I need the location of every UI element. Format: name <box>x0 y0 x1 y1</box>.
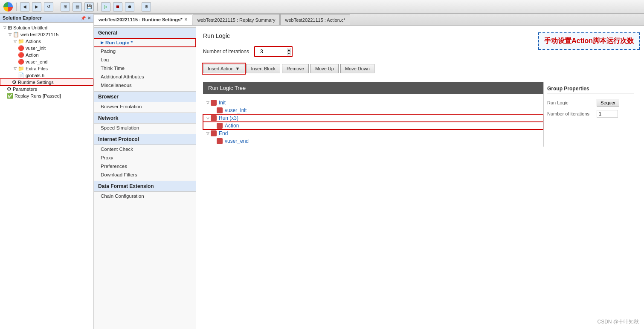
open-button[interactable]: ▤ <box>73 2 82 12</box>
nav-item-content-check[interactable]: Content Check <box>94 145 196 153</box>
insert-action-button[interactable]: Insert Action ▼ <box>203 64 244 73</box>
vuser-end-label: vuser_end <box>26 59 47 64</box>
iterations-value-input[interactable]: 3 <box>258 48 285 55</box>
tree-webtest[interactable]: ▽ 📋 webTest20221115 <box>0 31 93 38</box>
rtree-init[interactable]: ▽ Init <box>203 99 543 107</box>
stop-button[interactable]: ⏹ <box>113 2 122 12</box>
insert-block-button[interactable]: Insert Block <box>246 64 280 73</box>
nav-item-run-logic[interactable]: Run Logic * <box>94 38 196 47</box>
split-panel: General Run Logic * Pacing Log Think Tim… <box>94 26 644 329</box>
separator <box>97 3 98 11</box>
vuser-end-icon <box>217 138 223 144</box>
settings-icon: ⚙ <box>12 79 17 85</box>
tree-vuser-end[interactable]: 🔴 vuser_end <box>0 58 93 65</box>
nav-section-internet-protocol: Internet Protocol <box>94 134 196 145</box>
nav-item-pacing[interactable]: Pacing <box>94 47 196 55</box>
nav-item-proxy[interactable]: Proxy <box>94 153 196 162</box>
nav-browser-emulation-label: Browser Emulation <box>101 104 142 109</box>
nav-item-browser-emulation[interactable]: Browser Emulation <box>94 102 196 111</box>
new-button[interactable]: ⊞ <box>61 2 70 12</box>
insert-block-label: Insert Block <box>251 66 275 71</box>
record-button[interactable]: ⏺ <box>125 2 134 12</box>
nav-item-additional-attrs[interactable]: Additional Attributes <box>94 72 196 81</box>
run-button[interactable]: ▷ <box>101 2 110 12</box>
dropdown-arrow-icon: ▼ <box>235 66 240 71</box>
solution-icon: ⊞ <box>8 25 12 31</box>
nav-item-chain-config[interactable]: Chain Configuration <box>94 192 196 200</box>
end-icon <box>211 130 217 136</box>
sequer-button[interactable]: Sequer <box>597 99 619 107</box>
spin-down-button[interactable]: ▼ <box>287 52 291 55</box>
rtree-action[interactable]: Action <box>203 122 543 130</box>
nav-item-log[interactable]: Log <box>94 55 196 64</box>
run-logic-tree-header: Run Logic Tree <box>203 82 543 94</box>
nav-section-general: General <box>94 27 196 38</box>
settings-button[interactable]: ⚙ <box>142 2 151 12</box>
nav-item-preferences[interactable]: Preferences <box>94 162 196 170</box>
nav-misc-label: Miscellaneous <box>101 83 132 88</box>
back-button[interactable]: ◀ <box>20 2 29 12</box>
nav-item-misc[interactable]: Miscellaneous <box>94 81 196 89</box>
refresh-button[interactable]: ↺ <box>44 2 53 12</box>
tab-replay-summary[interactable]: webTest20221115 : Replay Summary <box>193 14 280 25</box>
tree-globals-h[interactable]: 📄 globals.h <box>0 72 93 79</box>
expander-icon: ▽ <box>12 66 18 71</box>
prop-iterations-input[interactable] <box>597 110 618 118</box>
rtree-run[interactable]: ▽ Run (x3) <box>203 114 543 122</box>
nav-proxy-label: Proxy <box>101 155 113 160</box>
remove-button[interactable]: Remove <box>282 64 309 73</box>
remove-label: Remove <box>287 66 304 71</box>
file-icon: 📄 <box>18 72 24 78</box>
tab-action-label: webTest20221115 : Action.c* <box>285 17 345 23</box>
tab-action[interactable]: webTest20221115 : Action.c* <box>280 14 350 25</box>
rtree-vuser-init[interactable]: vuser_init <box>203 107 543 114</box>
run-logic-tree: Run Logic Tree ▽ Init <box>203 82 543 147</box>
move-up-button[interactable]: Move Up <box>310 64 339 73</box>
action-icon: 🔴 <box>18 59 24 65</box>
close-icon[interactable]: ✕ <box>87 16 91 20</box>
group-properties-panel: Group Properties Run Logic Sequer Number… <box>543 82 637 147</box>
tree-runtime-settings[interactable]: ⚙ Runtime Settings <box>0 79 93 86</box>
save-button[interactable]: 💾 <box>84 2 94 12</box>
iterations-input-container: 3 ▲ ▼ <box>254 46 293 57</box>
pin-icon[interactable]: 📌 <box>81 16 86 20</box>
tab-runtime-settings[interactable]: webTest20221115 : Runtime Settings* ✕ <box>94 14 192 25</box>
globals-label: globals.h <box>26 73 44 78</box>
nav-section-network: Network <box>94 113 196 124</box>
nav-download-filters-label: Download Filters <box>101 172 137 177</box>
move-down-label: Move Down <box>345 66 370 71</box>
solution-tree: ▽ ⊞ Solution Untitled ▽ 📋 webTest2022111… <box>0 23 93 329</box>
nav-chain-config-label: Chain Configuration <box>101 193 144 199</box>
forward-button[interactable]: ▶ <box>32 2 41 12</box>
spin-up-button[interactable]: ▲ <box>287 48 291 52</box>
init-icon <box>211 100 217 106</box>
left-nav: General Run Logic * Pacing Log Think Tim… <box>94 26 196 329</box>
nav-item-speed-sim[interactable]: Speed Simulation <box>94 124 196 132</box>
expander-icon: ▽ <box>7 32 13 37</box>
test-icon: 📋 <box>13 32 19 38</box>
tree-vuser-init[interactable]: 🔴 vuser_init <box>0 45 93 52</box>
runtime-settings-label: Runtime Settings <box>18 80 54 85</box>
separator <box>16 3 17 11</box>
rtree-vuser-end[interactable]: vuser_end <box>203 137 543 145</box>
nav-additional-attrs-label: Additional Attributes <box>101 74 144 79</box>
nav-item-think-time[interactable]: Think Time <box>94 64 196 72</box>
iterations-label: Number of iterations <box>203 49 249 55</box>
tree-solution[interactable]: ▽ ⊞ Solution Untitled <box>0 24 93 31</box>
tree-replay-runs[interactable]: ✅ Replay Runs [Passed] <box>0 92 93 99</box>
tree-action[interactable]: 🔴 Action <box>0 52 93 58</box>
solution-explorer-panel: Solution Explorer 📌 ✕ ▽ ⊞ Solution Untit… <box>0 14 94 329</box>
run-label: Run (x3) <box>219 115 238 121</box>
tree-parameters[interactable]: ⚙ Parameters <box>0 86 93 92</box>
annotation-text: 手动设置Action脚本运行次数 <box>544 37 634 44</box>
expander-icon: ▽ <box>2 26 8 30</box>
rtree-end[interactable]: ▽ End <box>203 130 543 137</box>
tab-close-icon[interactable]: ✕ <box>184 17 188 22</box>
move-down-button[interactable]: Move Down <box>340 64 374 73</box>
nav-section-data-format: Data Format Extension <box>94 181 196 192</box>
tree-extra-files[interactable]: ▽ 📁 Extra Files <box>0 65 93 72</box>
nav-item-download-filters[interactable]: Download Filters <box>94 170 196 179</box>
expander-icon: ▽ <box>205 116 211 120</box>
folder-icon: 📁 <box>18 38 24 44</box>
tree-actions-folder[interactable]: ▽ 📁 Actions <box>0 38 93 45</box>
